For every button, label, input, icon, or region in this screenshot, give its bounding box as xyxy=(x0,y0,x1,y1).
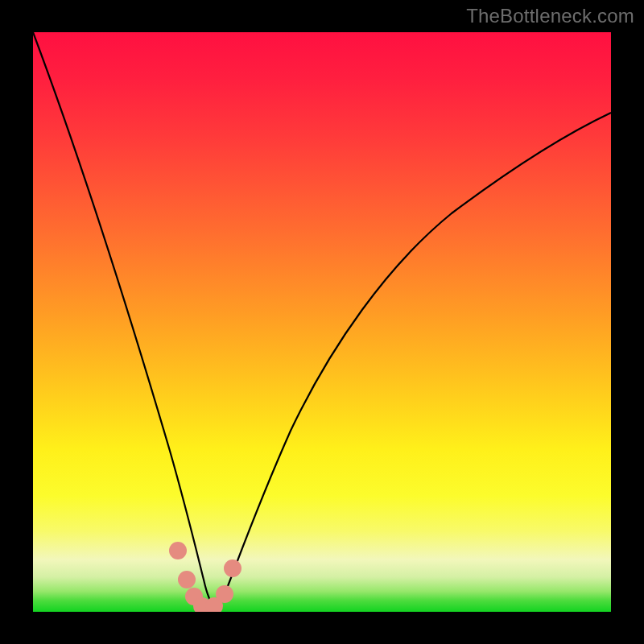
trough-markers xyxy=(169,542,242,612)
dot-left-mid xyxy=(178,571,196,588)
plot-area xyxy=(33,32,611,612)
bottleneck-curve xyxy=(33,32,611,607)
dot-right-lower xyxy=(216,585,233,603)
dot-right-upper xyxy=(224,559,242,577)
dot-left-upper xyxy=(169,542,187,559)
watermark-text: TheBottleneck.com xyxy=(466,5,634,27)
chart-frame: TheBottleneck.com xyxy=(0,0,644,644)
curve-layer xyxy=(33,32,611,612)
